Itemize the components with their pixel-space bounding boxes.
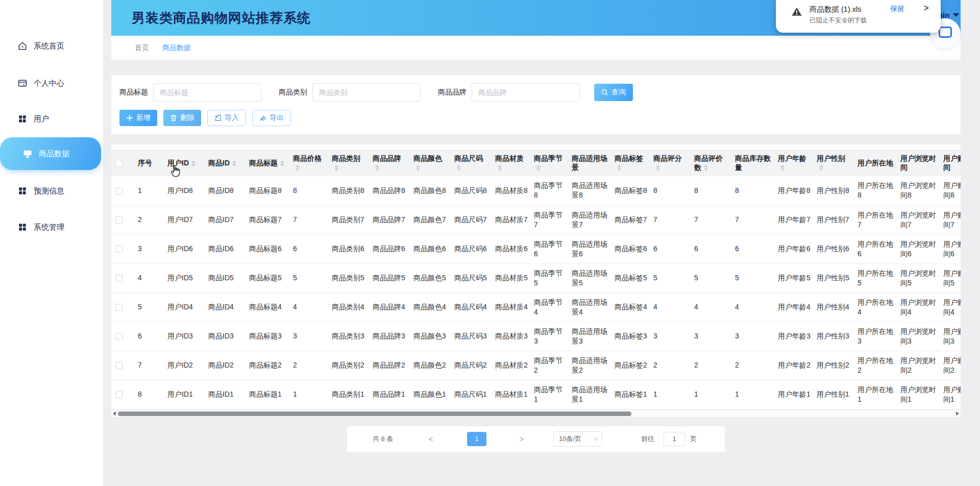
import-button[interactable]: 导入 (207, 110, 246, 126)
product-title-input[interactable] (153, 83, 261, 102)
sidebar-item-product-data[interactable]: 商品数据 (0, 137, 101, 170)
column-header: 商品库存数量 (732, 150, 775, 176)
sort-caret-icon[interactable] (656, 165, 660, 171)
column-header[interactable]: 用户ID (164, 150, 205, 176)
tab-product-data[interactable]: 商品数据 (162, 43, 191, 53)
table-cell: 商品标题8 (246, 176, 290, 205)
table-cell: 商品类别6 (329, 234, 370, 263)
column-header[interactable]: 用户性别 (814, 150, 854, 176)
column-header[interactable]: 商品ID (205, 150, 246, 176)
search-button-label: 查询 (611, 88, 626, 97)
table-row[interactable]: 2用户ID7商品ID7商品标题77商品类别7商品品牌7商品颜色7商品尺码7商品材… (111, 205, 961, 234)
goto-page-input[interactable] (664, 432, 685, 446)
sort-caret-icon[interactable] (704, 165, 708, 171)
sort-caret-icon[interactable] (191, 160, 195, 166)
sidebar-item-label: 系统首页 (34, 41, 64, 51)
table-cell: 商品季节7 (531, 205, 569, 234)
row-checkbox[interactable] (115, 216, 122, 224)
sort-caret-icon[interactable] (819, 165, 823, 171)
notification-chevron-icon[interactable]: > (924, 4, 928, 13)
table-cell: 商品类别4 (329, 293, 370, 322)
table-cell: 商品季节1 (531, 380, 569, 409)
scroll-right-arrow-icon[interactable] (956, 411, 959, 416)
sort-caret-icon[interactable] (334, 165, 338, 171)
row-checkbox[interactable] (115, 304, 122, 311)
sidebar: 系统首页个人中心用户商品数据预测信息系统管理 (0, 0, 103, 486)
table-cell: 商品标签6 (611, 234, 650, 263)
scroll-left-arrow-icon[interactable] (113, 411, 116, 416)
next-page-button[interactable]: > (520, 426, 524, 452)
table-cell: 用户所在地3 (854, 322, 897, 351)
row-checkbox[interactable] (115, 333, 122, 340)
grid-icon (17, 114, 28, 124)
sort-caret-icon[interactable] (232, 160, 236, 166)
table-row[interactable]: 6用户ID3商品ID3商品标题33商品类别3商品品牌3商品颜色3商品尺码3商品材… (111, 322, 961, 351)
search-button[interactable]: 查询 (594, 84, 633, 101)
table-cell: 2 (691, 351, 732, 380)
sort-caret-icon[interactable] (780, 165, 785, 171)
table-cell: 商品颜色4 (410, 293, 451, 322)
product-category-input[interactable] (312, 83, 421, 102)
table-row[interactable]: 5用户ID4商品ID4商品标题44商品类别4商品品牌4商品颜色4商品尺码4商品材… (111, 293, 961, 322)
scrollbar-thumb[interactable] (118, 411, 631, 416)
table-row[interactable]: 7用户ID2商品ID2商品标题22商品类别2商品品牌2商品颜色2商品尺码2商品材… (111, 351, 961, 380)
sort-caret-icon[interactable] (296, 165, 300, 171)
column-header[interactable]: 商品价格 (290, 150, 329, 176)
table-cell: 8 (732, 176, 775, 205)
table-cell: 商品标签1 (611, 380, 650, 409)
column-header[interactable]: 商品评价数 (691, 150, 732, 176)
table-cell: 商品类别5 (329, 263, 370, 293)
sort-caret-icon[interactable] (617, 165, 621, 171)
column-header-label: 商品适用场景 (572, 154, 607, 172)
table-cell: 用户ID1 (164, 380, 205, 409)
sort-caret-icon[interactable] (375, 165, 379, 171)
keep-download-button[interactable]: 保留 (890, 5, 904, 14)
add-button[interactable]: 新增 (119, 110, 157, 126)
sidebar-item-system-home[interactable]: 系统首页 (0, 35, 103, 57)
action-button-row: 新增 删除 导入 导出 (119, 110, 952, 126)
row-checkbox[interactable] (115, 275, 122, 282)
column-header[interactable]: 用户年龄 (775, 150, 814, 176)
table-cell: 商品尺码4 (451, 293, 492, 322)
row-checkbox[interactable] (115, 391, 122, 398)
column-header[interactable]: 商品标签 (611, 150, 650, 176)
sort-caret-icon[interactable] (416, 165, 420, 171)
table-row[interactable]: 4用户ID5商品ID5商品标题55商品类别5商品品牌5商品颜色5商品尺码5商品材… (111, 263, 961, 293)
column-header[interactable]: 商品颜色 (410, 150, 451, 176)
sort-caret-icon[interactable] (536, 165, 541, 171)
export-button[interactable]: 导出 (252, 110, 291, 126)
column-header[interactable]: 商品标题 (246, 150, 290, 176)
table-cell: 商品ID4 (205, 293, 246, 322)
delete-button[interactable]: 删除 (163, 110, 201, 126)
column-header[interactable]: 商品季节 (531, 150, 569, 176)
column-header[interactable]: 商品评分 (650, 150, 691, 176)
sidebar-item-profile[interactable]: 个人中心 (0, 72, 103, 94)
table-cell: 用户所在地5 (854, 263, 897, 293)
page-size-select[interactable]: 10条/页 ˅ (553, 431, 602, 447)
page-size-value: 10条/页 (559, 434, 581, 444)
column-header[interactable]: 商品品牌 (370, 150, 410, 176)
table-row[interactable]: 3用户ID6商品ID6商品标题66商品类别6商品品牌6商品颜色6商品尺码6商品材… (111, 234, 961, 263)
table-row[interactable]: 1用户ID8商品ID8商品标题88商品类别8商品品牌8商品颜色8商品尺码8商品材… (111, 176, 961, 205)
sort-caret-icon[interactable] (280, 160, 284, 166)
table-row[interactable]: 8用户ID1商品ID1商品标题11商品类别1商品品牌1商品颜色1商品尺码1商品材… (111, 380, 961, 409)
row-checkbox[interactable] (115, 187, 122, 195)
product-brand-input[interactable] (472, 83, 580, 102)
sidebar-item-predictions[interactable]: 预测信息 (0, 180, 103, 202)
column-header[interactable]: 商品材质 (492, 150, 531, 176)
page-1-button[interactable]: 1 (467, 432, 486, 446)
row-checkbox[interactable] (115, 362, 122, 369)
column-header[interactable]: 商品类别 (329, 150, 370, 176)
sort-caret-icon[interactable] (498, 165, 502, 171)
sidebar-item-system-admin[interactable]: 系统管理 (0, 216, 103, 238)
select-all-checkbox[interactable] (115, 160, 122, 167)
prev-page-button[interactable]: < (429, 426, 433, 452)
table-cell: 3 (290, 322, 329, 351)
sidebar-item-users[interactable]: 用户 (0, 108, 103, 130)
page-title: 男装类商品购物网站推荐系统 (132, 0, 311, 36)
column-header[interactable]: 商品尺码 (451, 150, 492, 176)
table-cell: 商品尺码5 (451, 263, 492, 293)
tab-home[interactable]: 首页 (135, 43, 149, 53)
sort-caret-icon[interactable] (457, 165, 461, 171)
row-checkbox[interactable] (115, 246, 122, 253)
